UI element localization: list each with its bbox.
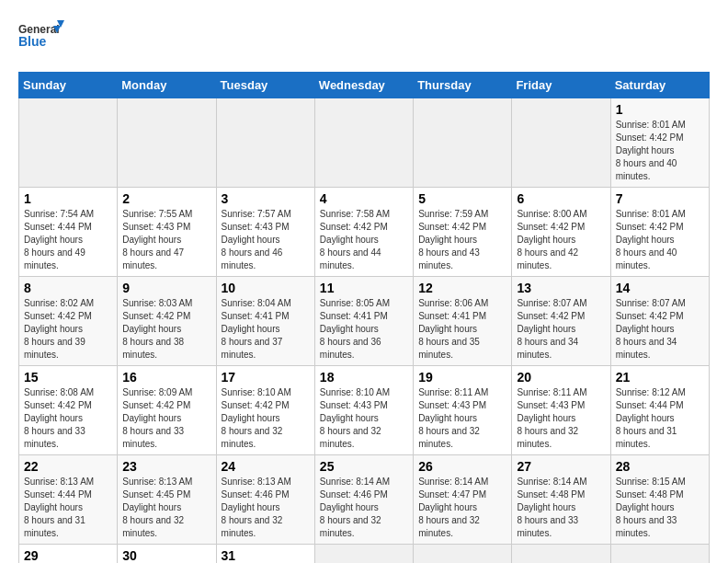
calendar-week-5: 22Sunrise: 8:13 AMSunset: 4:44 PMDayligh… <box>19 455 710 545</box>
calendar-cell: 8Sunrise: 8:02 AMSunset: 4:42 PMDaylight… <box>19 277 118 366</box>
day-number: 23 <box>122 459 210 474</box>
day-number: 31 <box>222 548 310 563</box>
header-saturday: Saturday <box>610 73 709 98</box>
day-number: 28 <box>616 459 704 474</box>
calendar-cell <box>19 98 118 188</box>
calendar-cell <box>414 545 512 564</box>
day-number: 16 <box>122 370 210 385</box>
day-info: Sunrise: 8:05 AMSunset: 4:41 PMDaylight … <box>320 297 408 362</box>
day-number: 13 <box>517 281 605 295</box>
calendar-cell: 21Sunrise: 8:12 AMSunset: 4:44 PMDayligh… <box>610 366 709 455</box>
calendar-cell: 20Sunrise: 8:11 AMSunset: 4:43 PMDayligh… <box>512 366 610 455</box>
day-number: 1 <box>616 102 704 117</box>
calendar-cell: 28Sunrise: 8:15 AMSunset: 4:48 PMDayligh… <box>610 455 709 545</box>
day-info: Sunrise: 8:06 AMSunset: 4:41 PMDaylight … <box>418 297 506 362</box>
calendar-week-4: 15Sunrise: 8:08 AMSunset: 4:42 PMDayligh… <box>19 366 710 455</box>
calendar-cell: 12Sunrise: 8:06 AMSunset: 4:41 PMDayligh… <box>414 277 512 366</box>
day-info: Sunrise: 8:08 AMSunset: 4:42 PMDaylight … <box>24 386 112 451</box>
day-number: 3 <box>222 191 310 206</box>
day-info: Sunrise: 8:02 AMSunset: 4:42 PMDaylight … <box>24 297 112 362</box>
day-number: 30 <box>122 548 210 563</box>
calendar-header-row: SundayMondayTuesdayWednesdayThursdayFrid… <box>19 73 710 98</box>
calendar-cell <box>414 98 512 188</box>
calendar-cell: 10Sunrise: 8:04 AMSunset: 4:41 PMDayligh… <box>216 277 314 366</box>
calendar-cell <box>118 98 216 188</box>
day-number: 2 <box>122 191 210 206</box>
calendar-cell: 11Sunrise: 8:05 AMSunset: 4:41 PMDayligh… <box>314 277 413 366</box>
calendar-cell: 1Sunrise: 8:01 AMSunset: 4:42 PMDaylight… <box>610 98 709 188</box>
header-thursday: Thursday <box>414 73 512 98</box>
calendar-cell: 16Sunrise: 8:09 AMSunset: 4:42 PMDayligh… <box>118 366 216 455</box>
day-number: 6 <box>517 191 605 206</box>
calendar-cell <box>512 545 610 564</box>
day-info: Sunrise: 8:15 AMSunset: 4:48 PMDaylight … <box>616 476 704 540</box>
day-number: 9 <box>122 281 210 295</box>
header-monday: Monday <box>118 73 216 98</box>
day-number: 25 <box>320 459 408 474</box>
day-info: Sunrise: 7:58 AMSunset: 4:42 PMDaylight … <box>320 208 408 272</box>
calendar-cell: 23Sunrise: 8:13 AMSunset: 4:45 PMDayligh… <box>118 455 216 545</box>
day-number: 12 <box>418 281 506 295</box>
day-number: 14 <box>616 281 704 295</box>
calendar-cell: 1Sunrise: 7:54 AMSunset: 4:44 PMDaylight… <box>19 188 118 277</box>
calendar-cell: 4Sunrise: 7:58 AMSunset: 4:42 PMDaylight… <box>314 188 413 277</box>
day-info: Sunrise: 8:11 AMSunset: 4:43 PMDaylight … <box>517 386 605 451</box>
calendar-week-3: 8Sunrise: 8:02 AMSunset: 4:42 PMDaylight… <box>19 277 710 366</box>
day-info: Sunrise: 8:14 AMSunset: 4:47 PMDaylight … <box>418 476 506 540</box>
calendar-cell: 13Sunrise: 8:07 AMSunset: 4:42 PMDayligh… <box>512 277 610 366</box>
svg-text:Blue: Blue <box>18 34 47 49</box>
day-info: Sunrise: 8:11 AMSunset: 4:43 PMDaylight … <box>418 386 506 451</box>
day-info: Sunrise: 8:14 AMSunset: 4:46 PMDaylight … <box>320 476 408 540</box>
day-number: 26 <box>418 459 506 474</box>
calendar-cell <box>314 545 413 564</box>
calendar-cell: 26Sunrise: 8:14 AMSunset: 4:47 PMDayligh… <box>414 455 512 545</box>
day-number: 1 <box>24 191 112 206</box>
day-number: 4 <box>320 191 408 206</box>
day-info: Sunrise: 8:07 AMSunset: 4:42 PMDaylight … <box>616 297 704 362</box>
day-number: 20 <box>517 370 605 385</box>
calendar-cell: 2Sunrise: 7:55 AMSunset: 4:43 PMDaylight… <box>118 188 216 277</box>
calendar-cell: 14Sunrise: 8:07 AMSunset: 4:42 PMDayligh… <box>610 277 709 366</box>
day-info: Sunrise: 8:10 AMSunset: 4:43 PMDaylight … <box>320 386 408 451</box>
day-number: 15 <box>24 370 112 385</box>
calendar-cell <box>512 98 610 188</box>
day-info: Sunrise: 8:10 AMSunset: 4:42 PMDaylight … <box>222 386 310 451</box>
day-number: 24 <box>222 459 310 474</box>
day-info: Sunrise: 8:13 AMSunset: 4:45 PMDaylight … <box>122 476 210 540</box>
calendar-cell: 25Sunrise: 8:14 AMSunset: 4:46 PMDayligh… <box>314 455 413 545</box>
day-number: 19 <box>418 370 506 385</box>
logo: General Blue <box>18 18 64 57</box>
day-info: Sunrise: 7:59 AMSunset: 4:42 PMDaylight … <box>418 208 506 272</box>
calendar-cell: 22Sunrise: 8:13 AMSunset: 4:44 PMDayligh… <box>19 455 118 545</box>
day-info: Sunrise: 8:09 AMSunset: 4:42 PMDaylight … <box>122 386 210 451</box>
day-info: Sunrise: 8:14 AMSunset: 4:48 PMDaylight … <box>517 476 605 540</box>
calendar-cell: 29Sunrise: 8:15 AMSunset: 4:49 PMDayligh… <box>19 545 118 564</box>
calendar-cell: 18Sunrise: 8:10 AMSunset: 4:43 PMDayligh… <box>314 366 413 455</box>
calendar-table: SundayMondayTuesdayWednesdayThursdayFrid… <box>18 72 710 563</box>
calendar-cell: 3Sunrise: 7:57 AMSunset: 4:43 PMDaylight… <box>216 188 314 277</box>
day-number: 22 <box>24 459 112 474</box>
day-number: 27 <box>517 459 605 474</box>
day-info: Sunrise: 8:04 AMSunset: 4:41 PMDaylight … <box>222 297 310 362</box>
day-number: 8 <box>24 281 112 295</box>
day-number: 5 <box>418 191 506 206</box>
calendar-cell: 5Sunrise: 7:59 AMSunset: 4:42 PMDaylight… <box>414 188 512 277</box>
day-number: 18 <box>320 370 408 385</box>
header-sunday: Sunday <box>19 73 118 98</box>
calendar-cell: 17Sunrise: 8:10 AMSunset: 4:42 PMDayligh… <box>216 366 314 455</box>
calendar-week-6: 29Sunrise: 8:15 AMSunset: 4:49 PMDayligh… <box>19 545 710 564</box>
header-friday: Friday <box>512 73 610 98</box>
calendar-cell: 31Sunrise: 8:15 AMSunset: 4:51 PMDayligh… <box>216 545 314 564</box>
calendar-cell: 30Sunrise: 8:15 AMSunset: 4:50 PMDayligh… <box>118 545 216 564</box>
header-tuesday: Tuesday <box>216 73 314 98</box>
calendar-cell <box>314 98 413 188</box>
day-info: Sunrise: 8:07 AMSunset: 4:42 PMDaylight … <box>517 297 605 362</box>
day-info: Sunrise: 7:54 AMSunset: 4:44 PMDaylight … <box>24 208 112 272</box>
day-info: Sunrise: 8:01 AMSunset: 4:42 PMDaylight … <box>616 119 704 183</box>
calendar-week-1: 1Sunrise: 8:01 AMSunset: 4:42 PMDaylight… <box>19 98 710 188</box>
calendar-cell: 24Sunrise: 8:13 AMSunset: 4:46 PMDayligh… <box>216 455 314 545</box>
day-number: 21 <box>616 370 704 385</box>
calendar-cell: 19Sunrise: 8:11 AMSunset: 4:43 PMDayligh… <box>414 366 512 455</box>
calendar-cell: 7Sunrise: 8:01 AMSunset: 4:42 PMDaylight… <box>610 188 709 277</box>
day-number: 11 <box>320 281 408 295</box>
